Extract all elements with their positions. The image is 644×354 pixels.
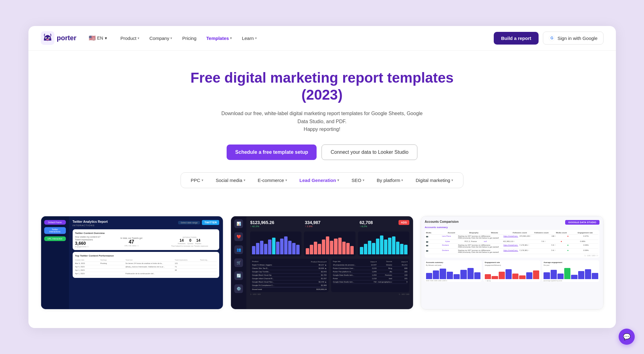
tab-seo[interactable]: SEO ▾ xyxy=(346,175,370,185)
company-chevron-icon: ▾ xyxy=(170,36,172,40)
ppc-chevron-icon: ▾ xyxy=(202,178,203,182)
seo-chevron-icon: ▾ xyxy=(363,178,365,182)
logo-link[interactable]: porter xyxy=(41,31,77,45)
ads-icon-acquisition: 📊 xyxy=(234,219,243,228)
template-card-ads[interactable]: 📊 ❤️ 👥 🛒 🔄 ⚙️ ADS $123,965.26 ↑ 42.2% xyxy=(231,216,413,309)
acc-row-1: 📷 Lara Placa Starting my NFT journey on … xyxy=(426,235,598,240)
lang-text: EN xyxy=(97,36,103,41)
hero-buttons: Schedule a free template setup Connect y… xyxy=(41,145,603,160)
ads-chart-2 xyxy=(304,231,355,256)
twitter-sidebar: Default Frame Twitter Interactions URL I… xyxy=(41,216,69,309)
ads-metrics-row: $123,965.26 ↑ 42.2% 334,987 ↑ 2.9% 62,70… xyxy=(250,220,409,228)
nav-item-learn[interactable]: Learn ▾ xyxy=(237,33,261,43)
ads-page-table: Page titleViews ▾SourceUsers ▾ 19 propue… xyxy=(331,259,409,292)
tab-lead-generation[interactable]: Lead Generation ▾ xyxy=(294,175,345,185)
twitter-preview-bg: Default Frame Twitter Interactions URL I… xyxy=(41,216,223,309)
social-chevron-icon: ▾ xyxy=(244,178,245,182)
hero-section: Free digital marketing report templates … xyxy=(28,51,616,216)
tw-overview-card: Twitter Content Overview How visible my … xyxy=(73,229,220,250)
ads-icon-audience: 👥 xyxy=(234,245,243,254)
accounts-chart-followers: Accounts summary By followers and posts xyxy=(425,260,482,282)
tab-by-platform[interactable]: By platform ▾ xyxy=(371,175,409,185)
accounts-charts-row: Accounts summary By followers and posts xyxy=(425,260,599,282)
nav-item-templates[interactable]: Templates ▾ xyxy=(202,33,236,43)
accounts-summary-section: Accounts summary MediaAccountBiographyWe… xyxy=(425,226,599,258)
svg-point-3 xyxy=(46,38,47,39)
digital-chevron-icon: ▾ xyxy=(451,178,453,182)
hero-subtitle: Download our free, white-label digital m… xyxy=(217,110,427,133)
ads-icon-settings: ⚙️ xyxy=(234,284,243,293)
ads-product-table: ProductProduct Revenue ▾ Super 5-Ultrasc… xyxy=(250,259,328,292)
card-preview-twitter: Default Frame Twitter Interactions URL I… xyxy=(41,216,223,309)
tab-social-media[interactable]: Social media ▾ xyxy=(210,175,251,185)
templates-chevron-icon: ▾ xyxy=(230,36,232,40)
ads-chart-1 xyxy=(250,231,301,256)
tw-report-subtitle: INTERACTIONS xyxy=(73,224,108,227)
learn-chevron-icon: ▾ xyxy=(255,36,257,40)
acc-row-3: 📷 Doolane Starting my NFT journey on @Bi… xyxy=(426,244,598,249)
schedule-setup-button[interactable]: Schedule a free template setup xyxy=(227,145,317,160)
ads-icon-engagement: ❤️ xyxy=(234,232,243,241)
tw-report-title: Twitter Analytics Report xyxy=(73,220,108,223)
tab-ecommerce[interactable]: E-commerce ▾ xyxy=(252,175,293,185)
platform-chevron-icon: ▾ xyxy=(401,178,403,182)
tw-sidebar-btn-3: URL Interaction xyxy=(44,236,66,241)
templates-grid: Default Frame Twitter Interactions URL I… xyxy=(28,216,616,328)
tab-digital-marketing[interactable]: Digital marketing ▾ xyxy=(410,175,459,185)
navbar: porter 🇺🇸 EN ▾ Product ▾ Company ▾ Prici… xyxy=(28,26,616,51)
connect-looker-button[interactable]: Connect your data to Looker Studio xyxy=(322,145,417,160)
nav-item-company[interactable]: Company ▾ xyxy=(145,33,177,43)
ecommerce-chevron-icon: ▾ xyxy=(285,178,287,182)
acc-row-4: 📷 Doolane Starting my NFT journey on @Bi… xyxy=(426,249,598,254)
tw-platform-badge: TWITTER xyxy=(202,220,219,225)
tw-table-card: Top Twitter Content Performance Creation… xyxy=(73,252,220,278)
build-report-button[interactable]: Build a report xyxy=(494,32,539,45)
nav-actions: Build a report G Sign in with Google xyxy=(494,32,603,45)
lang-selector[interactable]: 🇺🇸 EN ▾ xyxy=(89,35,107,41)
porter-logo-icon xyxy=(41,31,54,45)
tab-ppc[interactable]: PPC ▾ xyxy=(185,175,209,185)
ads-metric-sessions: 334,987 ↑ 2.9% xyxy=(305,220,355,228)
logo-text: porter xyxy=(57,34,77,42)
page-wrapper: porter 🇺🇸 EN ▾ Product ▾ Company ▾ Prici… xyxy=(28,26,616,328)
svg-point-5 xyxy=(46,39,49,41)
nav-item-product[interactable]: Product ▾ xyxy=(116,33,144,43)
card-preview-accounts: GOOGLE DATA STUDIO Accounts Comparision … xyxy=(421,216,603,309)
twitter-main: Twitter Analytics Report INTERACTIONS Se… xyxy=(69,216,223,309)
chat-bubble[interactable]: 💬 xyxy=(619,329,635,345)
ads-icon-retention: 🔄 xyxy=(234,271,243,280)
ads-preview-bg: 📊 ❤️ 👥 🛒 🔄 ⚙️ ADS $123,965.26 ↑ 42.2% xyxy=(231,216,413,309)
tw-sidebar-btn-2: Twitter Interactions xyxy=(44,227,66,234)
chat-icon: 💬 xyxy=(623,333,631,340)
sign-in-button[interactable]: G Sign in with Google xyxy=(543,32,603,45)
google-logo-icon: G xyxy=(549,35,555,41)
accounts-platform-badge: GOOGLE DATA STUDIO xyxy=(565,220,599,225)
flag-icon: 🇺🇸 xyxy=(89,35,96,41)
card-preview-ads: 📊 ❤️ 👥 🛒 🔄 ⚙️ ADS $123,965.26 ↑ 42.2% xyxy=(231,216,413,309)
accounts-summary-table: MediaAccountBiographyWebsiteFollowers co… xyxy=(425,230,599,258)
ads-chart-area xyxy=(250,231,409,256)
svg-point-4 xyxy=(49,38,50,39)
tw-row-2: Apr 4, 2023 @katy_marcos Interesado. Hab… xyxy=(75,265,217,269)
tw-row-3: Apr 1, 2023 38 xyxy=(75,269,217,272)
acc-row-2: 📷 Kylee PCC.2, France null 421,583,113 ↑… xyxy=(426,240,598,244)
nav-links: Product ▾ Company ▾ Pricing Templates ▾ … xyxy=(116,33,488,43)
tw-row-4: Apr 1, 2023 Publicación de la continuaci… xyxy=(75,272,217,275)
ads-platform-badge: ADS xyxy=(399,220,409,225)
category-tabs: PPC ▾ Social media ▾ E-commerce ▾ Lead G… xyxy=(181,172,463,188)
lang-chevron-icon: ▾ xyxy=(105,36,107,41)
product-chevron-icon: ▾ xyxy=(138,36,139,40)
ads-main: ADS $123,965.26 ↑ 42.2% 334,987 ↑ 2.9% xyxy=(246,216,413,309)
lead-gen-chevron-icon: ▾ xyxy=(337,178,339,182)
accounts-preview-bg: GOOGLE DATA STUDIO Accounts Comparision … xyxy=(421,216,603,309)
template-card-accounts[interactable]: GOOGLE DATA STUDIO Accounts Comparision … xyxy=(421,216,603,309)
accounts-chart-engagement: Engagement rate (engagement/followers) xyxy=(484,260,540,282)
hero-title: Free digital marketing report templates … xyxy=(41,69,603,103)
template-card-twitter[interactable]: Default Frame Twitter Interactions URL I… xyxy=(41,216,224,309)
nav-item-pricing[interactable]: Pricing xyxy=(178,33,201,43)
ads-metric-revenue: $123,965.26 ↑ 42.2% xyxy=(250,220,300,228)
ads-sidebar: 📊 ❤️ 👥 🛒 🔄 ⚙️ xyxy=(231,216,246,309)
tw-sidebar-btn-1: Default Frame xyxy=(44,220,66,225)
ads-chart-3 xyxy=(358,231,409,256)
tw-row-1: Mar 9, 2023 Pivoting Se tienen 24 horas … xyxy=(75,262,217,265)
